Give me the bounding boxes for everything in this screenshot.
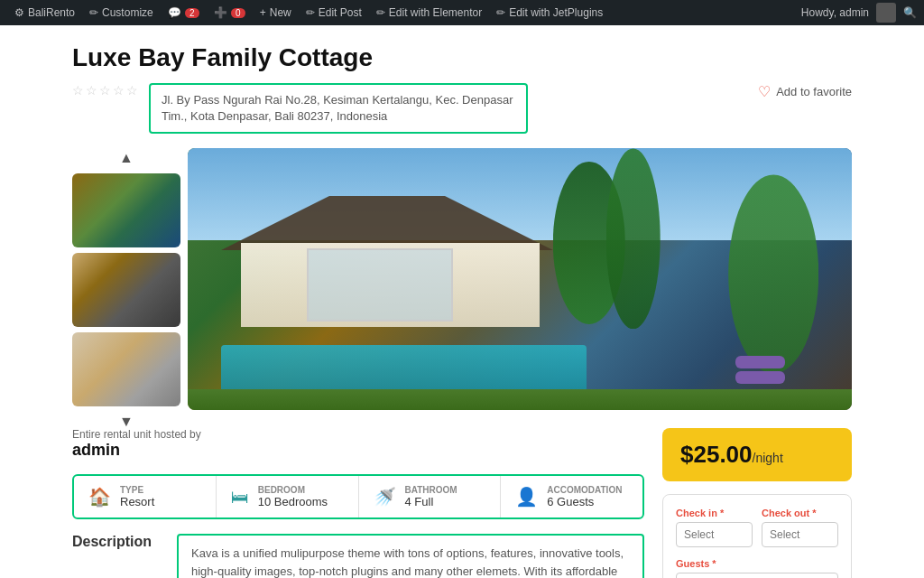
page-title: Luxe Bay Family Cottage xyxy=(72,43,852,72)
booking-sidebar: $25.00/night Check in * Check out xyxy=(662,428,852,578)
villa-doors xyxy=(307,248,453,322)
admin-bar-edit-post[interactable]: ✏ Edit Post xyxy=(299,0,369,25)
admin-bar: ⚙ BaliRento ✏ Customize 💬 2 ➕ 0 + New ✏ … xyxy=(0,0,924,25)
guests-field: Guests * 1 2 3 4 5 6 xyxy=(676,558,838,578)
checkout-input[interactable] xyxy=(762,522,838,547)
description-text: Kava is a unified mulipurpose theme with… xyxy=(177,534,644,578)
description-section: Description Kava is a unified mulipurpos… xyxy=(72,534,644,578)
address-box: Jl. By Pass Ngurah Rai No.28, Kesiman Ke… xyxy=(149,83,528,134)
price-box: $25.00/night xyxy=(662,428,852,481)
feature-type: 🏠 TYPE Resort xyxy=(74,476,217,517)
main-photo xyxy=(188,148,852,410)
new-icon: + xyxy=(260,6,266,19)
lounger-2 xyxy=(735,371,785,384)
customize-icon: ✏ xyxy=(89,6,98,19)
guests-select[interactable]: 1 2 3 4 5 6 xyxy=(676,573,838,578)
bed-icon: 🛏 xyxy=(231,487,249,508)
bath-icon: 🚿 xyxy=(374,486,396,508)
gallery-section: ▲ ▼ xyxy=(72,148,852,410)
host-name: admin xyxy=(72,441,644,460)
elementor-icon: ✏ xyxy=(376,6,385,19)
wp-icon: ⚙ xyxy=(14,6,24,19)
howdy-text: Howdy, admin xyxy=(801,6,869,19)
heart-icon: ♡ xyxy=(758,83,771,100)
admin-bar-updates[interactable]: ➕ 0 xyxy=(207,0,253,25)
admin-bar-brand[interactable]: ⚙ BaliRento xyxy=(7,0,82,25)
features-row: 🏠 TYPE Resort 🛏 BEDROOM 10 Bedrooms 🚿 xyxy=(72,474,644,519)
admin-bar-jetplugins[interactable]: ✏ Edit with JetPlugins xyxy=(489,0,610,25)
checkin-input[interactable] xyxy=(676,522,753,547)
address-text: Jl. By Pass Ngurah Rai No.28, Kesiman Ke… xyxy=(162,93,513,123)
property-body: Entire rental unit hosted by admin 🏠 TYP… xyxy=(72,428,852,578)
booking-form: Check in * Check out * xyxy=(662,494,852,578)
checkin-field: Check in * xyxy=(676,508,753,547)
admin-bar-customize[interactable]: ✏ Customize xyxy=(82,0,161,25)
feature-bedroom: 🛏 BEDROOM 10 Bedrooms xyxy=(217,476,359,517)
add-favorite-button[interactable]: ♡ Add to favorite xyxy=(758,83,852,100)
thumb-nav-down[interactable]: ▼ xyxy=(72,412,180,432)
comments-icon: 💬 xyxy=(168,6,181,19)
host-section: Entire rental unit hosted by admin xyxy=(72,428,644,460)
avatar xyxy=(876,3,896,23)
description-label: Description xyxy=(72,534,162,550)
thumbnail-2[interactable] xyxy=(72,253,180,327)
guests-required: * xyxy=(712,558,716,569)
admin-bar-comments[interactable]: 💬 2 xyxy=(161,0,207,25)
lounger-1 xyxy=(735,356,785,368)
tree-right xyxy=(606,148,661,329)
thumbnail-1[interactable] xyxy=(72,173,180,247)
admin-bar-new[interactable]: + New xyxy=(253,0,299,25)
star-rating: ☆ ☆ ☆ ☆ ☆ xyxy=(72,83,138,98)
main-content: Luxe Bay Family Cottage ☆ ☆ ☆ ☆ ☆ Jl. By… xyxy=(0,25,924,578)
checkin-checkout-row: Check in * Check out * xyxy=(676,508,838,547)
home-icon: 🏠 xyxy=(88,486,111,508)
main-photo-inner xyxy=(188,148,852,410)
feature-bathroom: 🚿 BATHROOM 4 Full xyxy=(359,476,502,517)
thumbnail-3[interactable] xyxy=(72,332,180,406)
updates-icon: ➕ xyxy=(214,6,227,19)
admin-bar-right: Howdy, admin 🔍 xyxy=(801,3,917,23)
price-night: /night xyxy=(753,451,783,465)
jetplugins-icon: ✏ xyxy=(496,6,505,19)
checkin-label: Check in xyxy=(676,508,717,518)
feature-accommodation: 👤 ACCOMODATION 6 Guests xyxy=(501,476,642,517)
checkout-required: * xyxy=(812,508,816,518)
property-main: Entire rental unit hosted by admin 🏠 TYP… xyxy=(72,428,644,578)
search-icon[interactable]: 🔍 xyxy=(903,6,917,19)
thumb-nav-up[interactable]: ▲ xyxy=(72,148,180,168)
checkout-field: Check out * xyxy=(762,508,838,547)
guests-label: Guests xyxy=(676,558,709,569)
checkin-required: * xyxy=(720,508,724,518)
gallery-thumbnails: ▲ ▼ xyxy=(72,148,180,410)
admin-bar-elementor[interactable]: ✏ Edit with Elementor xyxy=(369,0,489,25)
person-icon: 👤 xyxy=(515,486,538,508)
ground xyxy=(188,389,852,410)
tree-far-right xyxy=(728,174,818,373)
meta-row: ☆ ☆ ☆ ☆ ☆ Jl. By Pass Ngurah Rai No.28, … xyxy=(72,83,852,134)
edit-post-icon: ✏ xyxy=(306,6,315,19)
meta-left: ☆ ☆ ☆ ☆ ☆ Jl. By Pass Ngurah Rai No.28, … xyxy=(72,83,528,134)
price-amount: $25.00 xyxy=(680,441,753,468)
checkout-label: Check out xyxy=(762,508,809,518)
add-favorite-label: Add to favorite xyxy=(776,85,852,98)
villa-roof xyxy=(221,196,553,250)
